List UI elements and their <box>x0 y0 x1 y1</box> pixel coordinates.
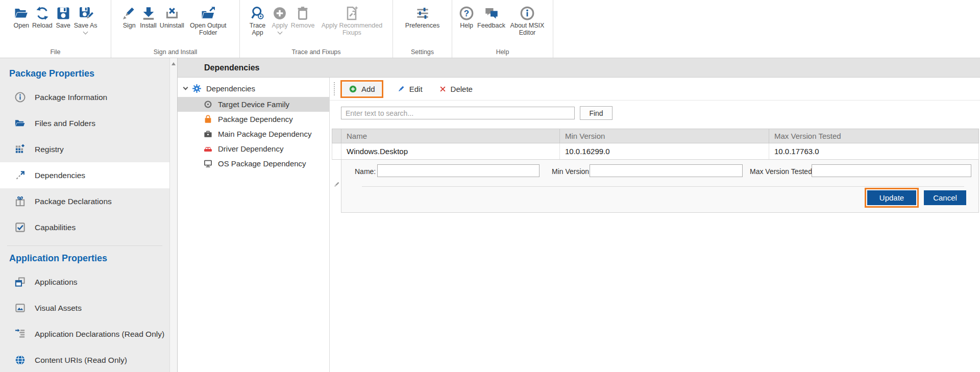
apply-button[interactable]: Apply <box>271 4 289 35</box>
uninstall-button[interactable]: Uninstall <box>159 4 185 30</box>
tree-node-label: Main Package Dependency <box>218 130 311 138</box>
sidebar-item-dependencies[interactable]: Dependencies <box>0 162 169 188</box>
help-button[interactable]: ? Help <box>458 4 475 30</box>
name-field[interactable] <box>377 164 540 177</box>
min-version-field[interactable] <box>590 164 743 177</box>
sidebar-item-label: Capabilities <box>35 223 76 232</box>
feedback-label: Feedback <box>477 22 505 29</box>
monitor-icon <box>203 159 213 168</box>
sidebar-item-package-declarations[interactable]: Package Declarations <box>0 188 169 214</box>
scroll-up-arrow-icon[interactable] <box>172 62 176 65</box>
delete-label: Delete <box>451 85 473 93</box>
add-button[interactable]: Add <box>342 82 381 96</box>
sign-button[interactable]: Sign <box>120 4 138 30</box>
open-output-folder-button[interactable]: Open Output Folder <box>186 4 230 37</box>
section-title-package-properties: Package Properties <box>0 68 169 79</box>
about-msix-editor-button[interactable]: About MSIX Editor <box>507 4 547 37</box>
search-row: Find <box>341 106 612 120</box>
sidebar-item-content-uris[interactable]: Content URIs (Read Only) <box>0 347 169 372</box>
tree-node-main-package-dependency[interactable]: Main Package Dependency <box>178 127 329 141</box>
sidebar-item-visual-assets[interactable]: Visual Assets <box>0 295 169 321</box>
update-button[interactable]: Update <box>867 190 916 205</box>
image-icon <box>14 302 26 314</box>
toolbar-grip-icon <box>334 82 335 95</box>
about-msix-editor-label: About MSIX Editor <box>508 22 546 36</box>
sidebar-item-application-declarations[interactable]: Application Declarations (Read Only) <box>0 321 169 347</box>
tree-expander-chevron-icon[interactable] <box>183 85 188 90</box>
fixups-document-icon <box>344 5 359 22</box>
column-header-min-version[interactable]: Min Version <box>560 129 769 143</box>
column-header-name[interactable]: Name <box>341 129 560 143</box>
tree-node-target-device-family[interactable]: Target Device Family <box>178 97 329 112</box>
apply-recommended-fixups-button[interactable]: Apply Recommended Fixups <box>316 4 387 37</box>
sidebar-item-applications[interactable]: Applications <box>0 269 169 295</box>
sidebar-item-capabilities[interactable]: Capabilities <box>0 214 169 240</box>
detail-toolbar: Add Edit Delete <box>330 78 980 101</box>
gear-icon <box>192 84 202 93</box>
tree-node-package-dependency[interactable]: Package Dependency <box>178 112 329 127</box>
sidebar-item-registry[interactable]: Registry <box>0 136 169 162</box>
min-version-field-label: Min Version: <box>552 167 591 176</box>
table-row[interactable]: Windows.Desktop 10.0.16299.0 10.0.17763.… <box>332 143 979 160</box>
tree-node-dependencies-root[interactable]: Dependencies <box>178 80 329 97</box>
save-as-label: Save As <box>74 22 97 29</box>
trace-app-label: Trace App <box>247 22 269 36</box>
sidebar: Package Properties Package Information F… <box>0 58 169 372</box>
save-label: Save <box>56 22 70 29</box>
uninstall-label: Uninstall <box>160 22 184 29</box>
ribbon-group-sign-install-label: Sign and Install <box>111 48 239 56</box>
find-button[interactable]: Find <box>580 106 612 120</box>
sidebar-item-label: Files and Folders <box>35 119 95 128</box>
ribbon-group-help-label: Help <box>452 48 553 56</box>
edit-button[interactable]: Edit <box>390 82 429 96</box>
feedback-bubbles-icon <box>484 5 499 22</box>
section-title-application-properties: Application Properties <box>0 253 169 264</box>
tree-node-label: Target Device Family <box>218 100 289 109</box>
search-input[interactable] <box>341 107 575 119</box>
sidebar-item-package-information[interactable]: Package Information <box>0 84 169 110</box>
open-button[interactable]: Open <box>12 4 30 30</box>
add-button-highlight: Add <box>340 80 383 98</box>
sidebar-item-label: Content URIs (Read Only) <box>35 356 127 365</box>
chevron-down-icon <box>83 30 88 35</box>
sidebar-item-files-and-folders[interactable]: Files and Folders <box>0 110 169 136</box>
folder-icon <box>14 117 26 130</box>
sidebar-item-label: Registry <box>35 145 64 154</box>
save-as-button[interactable]: Save As <box>73 4 99 35</box>
dependencies-tree: Dependencies Target Device Family Packag… <box>178 78 330 372</box>
tree-node-driver-dependency[interactable]: Driver Dependency <box>178 141 329 156</box>
sidebar-scrollbar[interactable] <box>169 58 178 372</box>
ribbon-group-trace-fixups-label: Trace and Fixups <box>240 48 393 56</box>
dependencies-table: Name Min Version Max Version Tested Wind… <box>332 129 979 160</box>
install-button[interactable]: Install <box>139 4 158 30</box>
remove-button[interactable]: Remove <box>290 4 316 30</box>
cell-name: Windows.Desktop <box>341 143 560 159</box>
reload-label: Reload <box>32 22 53 29</box>
column-header-max-version-tested[interactable]: Max Version Tested <box>769 129 978 143</box>
sidebar-item-label: Dependencies <box>35 171 85 180</box>
form-divider <box>362 186 964 187</box>
main-panel: Dependencies Dependencies Target Device … <box>178 58 980 372</box>
remove-label: Remove <box>291 22 315 29</box>
reload-button[interactable]: Reload <box>31 4 54 30</box>
reload-icon <box>35 5 50 22</box>
shopping-bag-icon <box>203 114 213 124</box>
tree-node-os-package-dependency[interactable]: OS Package Dependency <box>178 156 329 171</box>
delete-button[interactable]: Delete <box>433 82 479 96</box>
trace-app-icon <box>250 5 265 22</box>
help-question-icon: ? <box>459 5 474 22</box>
tree-node-label: OS Package Dependency <box>218 159 306 168</box>
cancel-button[interactable]: Cancel <box>924 190 966 205</box>
max-version-field[interactable] <box>812 164 971 177</box>
save-button[interactable]: Save <box>55 4 72 30</box>
trace-app-button[interactable]: Trace App <box>246 4 270 37</box>
ribbon-group-trace-fixups: Trace App Apply Remove Apply Recommended… <box>240 0 393 58</box>
preferences-button[interactable]: Preferences <box>404 4 440 30</box>
add-plus-icon <box>349 85 357 93</box>
ribbon-group-help: ? Help Feedback About MSIX Editor Help <box>452 0 553 58</box>
info-circle-icon <box>14 91 26 104</box>
svg-text:?: ? <box>464 9 469 18</box>
apply-plus-icon <box>272 5 287 22</box>
tree-node-label: Driver Dependency <box>218 144 283 153</box>
feedback-button[interactable]: Feedback <box>476 4 506 30</box>
